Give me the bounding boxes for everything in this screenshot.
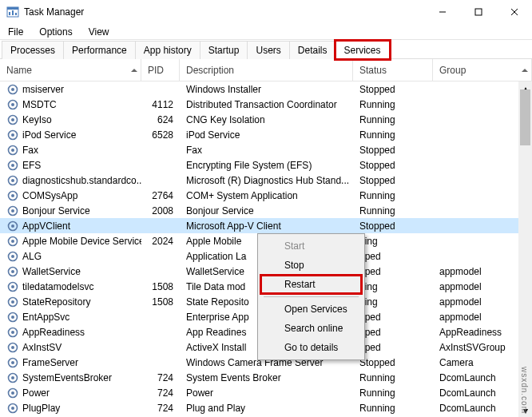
service-name: AppVClient	[0, 220, 141, 232]
service-group: Camera	[433, 357, 532, 368]
service-row[interactable]: COMSysApp2764COM+ System ApplicationRunn…	[0, 188, 532, 203]
service-name: Fax	[0, 144, 141, 157]
svg-point-50	[11, 376, 14, 379]
service-row[interactable]: diagnosticshub.standardco...Microsoft (R…	[0, 173, 532, 188]
menu-view[interactable]: View	[85, 25, 113, 39]
col-group[interactable]: Group	[433, 59, 532, 81]
tab-users[interactable]: Users	[247, 41, 289, 59]
service-row[interactable]: iPod Service6528iPod ServiceRunning	[0, 127, 532, 142]
svg-marker-9	[131, 69, 137, 72]
svg-point-48	[11, 361, 14, 364]
svg-point-22	[11, 164, 14, 167]
gear-icon	[6, 402, 19, 415]
service-group: DcomLaunch	[433, 387, 532, 399]
svg-point-42	[11, 316, 14, 319]
service-pid: 724	[141, 372, 180, 383]
task-manager-window: Task Manager File Options View Processes…	[0, 0, 532, 417]
svg-rect-3	[12, 10, 14, 15]
menu-options[interactable]: Options	[36, 25, 75, 39]
menu-item-start: Start	[260, 236, 362, 256]
service-name: Apple Mobile Device Service	[0, 235, 141, 248]
service-row[interactable]: KeyIso624CNG Key IsolationRunning	[0, 112, 532, 127]
service-row[interactable]: MSDTC4112Distributed Transaction Coordin…	[0, 97, 532, 112]
service-status: Running	[353, 99, 433, 110]
svg-point-12	[11, 88, 14, 91]
sort-asc-icon	[522, 69, 528, 72]
maximize-button[interactable]	[460, 0, 496, 24]
service-status: Stopped	[353, 84, 433, 95]
service-status: Stopped	[353, 175, 433, 186]
service-group: AppReadiness	[433, 327, 532, 338]
tab-startup[interactable]: Startup	[200, 41, 248, 59]
tab-apphistory[interactable]: App history	[135, 41, 200, 59]
svg-point-44	[11, 331, 14, 334]
col-pid[interactable]: PID	[141, 59, 180, 81]
service-name: MSDTC	[0, 98, 141, 111]
tab-services[interactable]: Services	[335, 41, 390, 59]
service-row[interactable]: Bonjour Service2008Bonjour ServiceRunnin…	[0, 203, 532, 218]
service-name: ALG	[0, 250, 141, 263]
menu-item-search-online[interactable]: Search online	[260, 319, 362, 338]
svg-point-38	[11, 285, 14, 288]
gear-icon	[6, 341, 19, 354]
service-description: CNG Key Isolation	[180, 114, 353, 125]
service-row[interactable]: msiserverWindows InstallerStopped	[0, 81, 532, 97]
service-status: Running	[353, 403, 433, 414]
menu-item-open-services[interactable]: Open Services	[260, 300, 362, 319]
service-row[interactable]: EFSEncrypting File System (EFS)Stopped	[0, 157, 532, 173]
gear-icon	[6, 144, 19, 157]
service-name: Bonjour Service	[0, 205, 141, 217]
service-description: iPod Service	[180, 129, 353, 141]
tab-performance[interactable]: Performance	[63, 41, 136, 59]
menu-item-restart[interactable]: Restart	[260, 275, 362, 294]
service-row[interactable]: AppVClientMicrosoft App-V ClientStopped	[0, 218, 532, 233]
svg-point-18	[11, 133, 14, 137]
gear-icon	[6, 113, 19, 126]
service-row[interactable]: PlugPlay724Plug and PlayRunningDcomLaunc…	[0, 400, 532, 415]
context-menu: StartStopRestartOpen ServicesSearch onli…	[257, 233, 365, 360]
service-description: Fax	[180, 145, 353, 156]
service-name: EntAppSvc	[0, 311, 141, 324]
service-row[interactable]: FaxFaxStopped	[0, 142, 532, 157]
svg-point-34	[11, 255, 14, 258]
service-pid: 624	[141, 114, 180, 125]
service-pid: 6528	[141, 129, 180, 141]
service-row[interactable]: SystemEventsBroker724System Events Broke…	[0, 370, 532, 385]
svg-point-46	[11, 346, 14, 349]
svg-rect-4	[15, 13, 17, 15]
service-group: appmodel	[433, 266, 532, 277]
svg-point-32	[11, 240, 14, 243]
tab-processes[interactable]: Processes	[2, 41, 64, 59]
scroll-thumb[interactable]	[520, 89, 530, 145]
service-pid: 724	[141, 387, 180, 399]
menu-item-stop[interactable]: Stop	[260, 256, 362, 275]
minimize-button[interactable]	[424, 0, 460, 24]
gear-icon	[6, 296, 19, 308]
gear-icon	[6, 189, 19, 202]
tabstrip: Processes Performance App history Startu…	[0, 40, 532, 59]
service-row[interactable]: Power724PowerRunningDcomLaunch	[0, 385, 532, 400]
service-name: AppReadiness	[0, 326, 141, 339]
svg-rect-2	[9, 12, 10, 15]
menu-item-go-to-details[interactable]: Go to details	[260, 338, 362, 357]
watermark: wsxdn.com	[520, 367, 529, 414]
service-name: WalletService	[0, 265, 141, 278]
col-name[interactable]: Name	[0, 59, 141, 81]
service-name: COMSysApp	[0, 189, 141, 202]
service-status: ning	[353, 296, 433, 308]
close-button[interactable]	[496, 0, 532, 24]
service-description: Encrypting File System (EFS)	[180, 160, 353, 171]
col-status[interactable]: Status	[353, 59, 433, 81]
svg-point-24	[11, 179, 14, 182]
gear-icon	[6, 235, 19, 248]
service-pid: 724	[141, 403, 180, 414]
menu-file[interactable]: File	[5, 25, 26, 39]
service-status: ning	[353, 236, 433, 247]
svg-point-54	[11, 407, 14, 410]
gear-icon	[6, 220, 19, 232]
titlebar[interactable]: Task Manager	[0, 0, 532, 24]
service-name: AxInstSV	[0, 341, 141, 354]
tab-details[interactable]: Details	[289, 41, 336, 59]
service-status: Running	[353, 190, 433, 201]
col-description[interactable]: Description	[180, 59, 353, 81]
